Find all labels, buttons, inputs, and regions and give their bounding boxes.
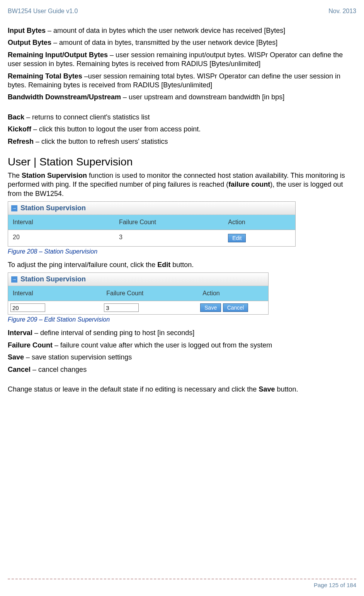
- def-refresh: Refresh – click the button to refresh us…: [8, 137, 356, 146]
- cell-failure-count: 3: [114, 230, 223, 246]
- def-text: – returns to connect client's statistics…: [24, 113, 150, 121]
- cell-interval: 20: [8, 230, 114, 246]
- def-cancel: Cancel – cancel changes: [8, 365, 356, 374]
- text-fragment-bold: Edit: [157, 261, 170, 269]
- def-bandwidth: Bandwidth Downstream/Upstream – user ups…: [8, 93, 356, 102]
- station-supervision-table-view: → Station Supervision Interval Failure C…: [8, 201, 296, 247]
- def-term: Input Bytes: [8, 27, 46, 34]
- definition-list-1: Input Bytes – amount of data in bytes wh…: [8, 26, 356, 102]
- figure-caption-208: Figure 208 – Station Supervision: [8, 248, 356, 255]
- arrow-right-icon: →: [11, 205, 17, 211]
- cell-action: Edit: [223, 230, 295, 246]
- def-back: Back – returns to connect client's stati…: [8, 113, 356, 122]
- col-failure-count: Failure Count: [102, 286, 198, 301]
- figure-caption-209: Figure 209 – Edit Station Supervision: [8, 316, 356, 323]
- def-save: Save – save station supervision settings: [8, 353, 356, 362]
- text-fragment-bold: failure count: [228, 181, 270, 188]
- edit-button[interactable]: Edit: [228, 234, 246, 242]
- def-term: Bandwidth Downstream/Upstream: [8, 93, 121, 101]
- col-interval: Interval: [8, 286, 102, 301]
- text-fragment-bold: Station Supervision: [22, 172, 87, 179]
- def-kickoff: Kickoff – click this button to logout th…: [8, 125, 356, 134]
- def-text: – cancel changes: [31, 366, 87, 373]
- def-text: – amount of data in bytes, transmitted b…: [51, 39, 277, 46]
- def-text: – amount of data in bytes which the user…: [46, 27, 285, 34]
- table-header-bar: → Station Supervision: [8, 202, 295, 215]
- arrow-right-icon: →: [11, 276, 17, 283]
- def-term: Save: [8, 353, 24, 361]
- col-failure-count: Failure Count: [114, 215, 223, 230]
- page-number: Page 125 of 184: [8, 582, 356, 588]
- text-fragment: To adjust the ping interval/failure coun…: [8, 261, 157, 269]
- def-remaining-total-bytes: Remaining Total Bytes –user session rema…: [8, 72, 356, 90]
- def-remaining-io-bytes: Remaining Input/Output Bytes – user sess…: [8, 51, 356, 69]
- def-text: – user upstream and downstream bandwidth…: [121, 93, 284, 101]
- section-heading: User | Station Supervision: [8, 156, 356, 168]
- def-output-bytes: Output Bytes – amount of data in bytes, …: [8, 38, 356, 47]
- def-text: – failure count value after which the us…: [53, 341, 272, 349]
- intro-paragraph: The Station Supervision function is used…: [8, 171, 356, 198]
- footer-divider: [8, 579, 356, 579]
- failure-count-input[interactable]: [104, 303, 139, 312]
- table-title: Station Supervision: [20, 204, 86, 212]
- save-button[interactable]: Save: [200, 303, 221, 312]
- page-header: BW1254 User Guide v1.0 Nov. 2013: [8, 8, 356, 15]
- cell-failure-count: [102, 301, 198, 314]
- adjust-text: To adjust the ping interval/failure coun…: [8, 261, 356, 269]
- cell-interval: [8, 301, 102, 314]
- def-text: – define interval of sending ping to hos…: [32, 329, 194, 337]
- text-fragment: Change status or leave in the default st…: [8, 385, 259, 393]
- closing-paragraph: Change status or leave in the default st…: [8, 385, 356, 394]
- def-term: Kickoff: [8, 125, 31, 133]
- doc-title: BW1254 User Guide v1.0: [8, 8, 78, 15]
- text-fragment-bold: Save: [259, 385, 275, 393]
- page-footer: Page 125 of 184: [8, 579, 356, 588]
- cancel-button[interactable]: Cancel: [223, 303, 248, 312]
- col-action: Action: [223, 215, 295, 230]
- def-text: – save station supervision settings: [24, 353, 132, 361]
- table-header-bar: → Station Supervision: [8, 273, 268, 286]
- table-row: Save Cancel: [8, 301, 268, 314]
- cell-action: Save Cancel: [198, 301, 268, 314]
- text-fragment: button.: [170, 261, 194, 269]
- interval-input[interactable]: [10, 303, 45, 312]
- def-term: Refresh: [8, 138, 34, 145]
- text-fragment: The: [8, 172, 22, 179]
- def-term: Remaining Input/Output Bytes: [8, 51, 108, 59]
- def-term: Back: [8, 113, 24, 121]
- def-term: Failure Count: [8, 341, 53, 349]
- definition-list-2: Back – returns to connect client's stati…: [8, 113, 356, 146]
- doc-date: Nov. 2013: [328, 8, 356, 15]
- def-text: – click the button to refresh users' sta…: [34, 138, 168, 145]
- def-text: – click this button to logout the user f…: [31, 125, 201, 133]
- table-header-row: Interval Failure Count Action: [8, 286, 268, 301]
- definition-list-3: Interval – define interval of sending pi…: [8, 329, 356, 374]
- col-action: Action: [198, 286, 268, 301]
- table-title: Station Supervision: [20, 275, 86, 283]
- def-term: Interval: [8, 329, 32, 337]
- def-interval: Interval – define interval of sending pi…: [8, 329, 356, 337]
- col-interval: Interval: [8, 215, 114, 230]
- station-supervision-table-edit: → Station Supervision Interval Failure C…: [8, 272, 269, 315]
- def-term: Cancel: [8, 366, 31, 373]
- def-failure-count: Failure Count – failure count value afte…: [8, 341, 356, 350]
- table-header-row: Interval Failure Count Action: [8, 215, 295, 230]
- def-term: Output Bytes: [8, 39, 51, 46]
- def-input-bytes: Input Bytes – amount of data in bytes wh…: [8, 26, 356, 35]
- def-term: Remaining Total Bytes: [8, 72, 82, 80]
- text-fragment: button.: [275, 385, 298, 393]
- table-row: 20 3 Edit: [8, 230, 295, 246]
